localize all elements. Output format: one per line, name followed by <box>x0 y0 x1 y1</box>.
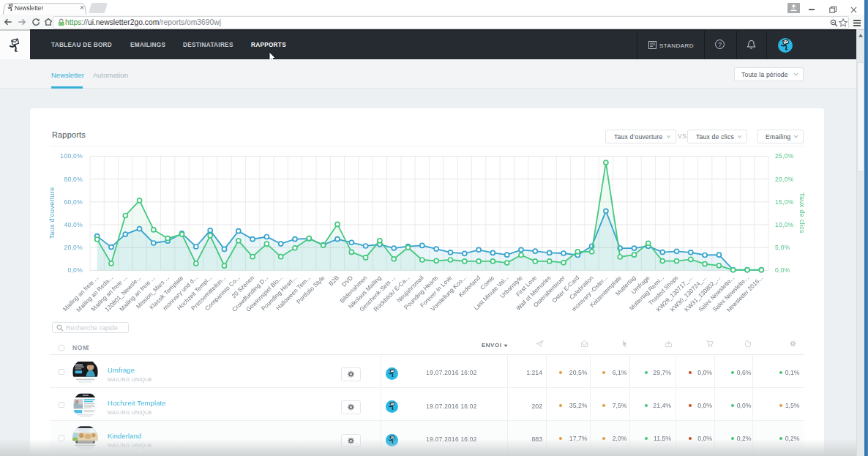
svg-text:0,0%: 0,0% <box>67 266 83 274</box>
svg-text:0,0%: 0,0% <box>775 266 790 274</box>
svg-text:5,0%: 5,0% <box>775 244 790 251</box>
svg-text:B2B: B2B <box>328 274 341 288</box>
svg-text:20,0%: 20,0% <box>775 176 794 183</box>
svg-text:60,0%: 60,0% <box>64 198 83 206</box>
svg-text:Taux de clics: Taux de clics <box>798 193 806 233</box>
svg-text:80,0%: 80,0% <box>64 176 83 183</box>
svg-text:100,0%: 100,0% <box>60 152 83 160</box>
svg-text:25,0%: 25,0% <box>775 152 794 160</box>
svg-text:10,0%: 10,0% <box>775 221 794 228</box>
svg-text:40,0%: 40,0% <box>64 221 83 228</box>
svg-text:15,0%: 15,0% <box>775 198 794 206</box>
svg-text:Taux d'ouverture: Taux d'ouverture <box>48 187 56 239</box>
svg-text:20,0%: 20,0% <box>64 244 83 251</box>
